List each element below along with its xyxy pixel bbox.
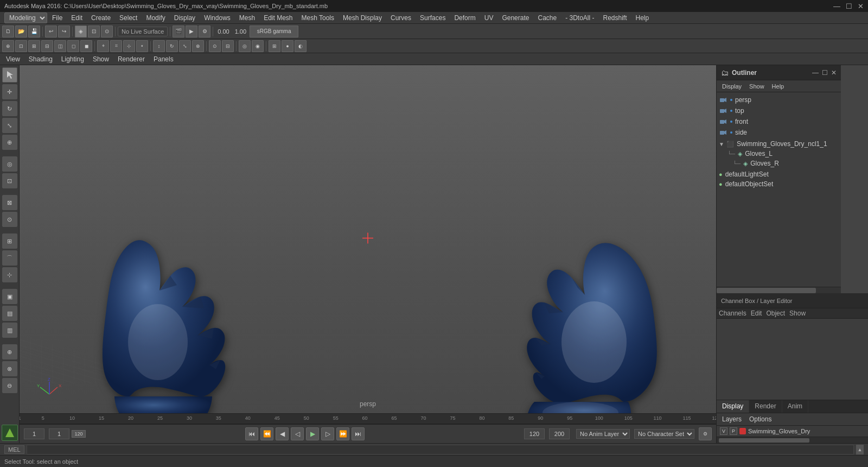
tree-item-gloves-group[interactable]: ▼ ⬛ Swimming_Gloves_Dry_ncl1_1 — [717, 139, 841, 149]
viewport-menu-view[interactable]: View — [2, 54, 24, 64]
cmd-expand-btn[interactable]: ▲ — [856, 445, 864, 455]
tab-options[interactable]: Options — [747, 414, 774, 424]
new-file-btn[interactable]: 🗋 — [2, 26, 14, 37]
menu-edit[interactable]: Edit — [67, 13, 86, 23]
menu-curves[interactable]: Curves — [387, 13, 415, 23]
tool2[interactable]: ⊡ — [15, 40, 27, 52]
viewport[interactable]: X Y Z persp — [20, 65, 716, 413]
show-manip-tool[interactable]: ⊡ — [2, 173, 17, 188]
rotate-btn[interactable]: ↻ — [166, 40, 178, 52]
tool1[interactable]: ⊕ — [2, 40, 14, 52]
snap-grid[interactable]: ⊞ — [2, 234, 17, 249]
undo-btn[interactable]: ↩ — [45, 26, 57, 37]
mel-label[interactable]: MEL — [4, 445, 24, 454]
play-fwd-btn[interactable]: ▶ — [306, 427, 319, 440]
menu-generate[interactable]: Generate — [498, 13, 533, 23]
outliner-minimize[interactable]: — — [812, 69, 819, 77]
tree-item-default-light-set[interactable]: ● defaultLightSet — [717, 169, 841, 179]
menu-3dtoa[interactable]: - 3DtoAll - — [561, 13, 598, 23]
soft-sel-btn[interactable]: ⊙ — [209, 40, 221, 52]
outliner-close[interactable]: ✕ — [831, 69, 837, 77]
tab-layers[interactable]: Layers — [720, 414, 744, 424]
outliner-menu-show[interactable]: Show — [746, 83, 768, 90]
go-start-btn[interactable]: ⏮ — [245, 427, 258, 440]
fx-paint[interactable]: ⊕ — [2, 344, 17, 359]
anim-settings-btn[interactable]: ⚙ — [699, 427, 712, 440]
select-tool[interactable] — [2, 67, 17, 83]
menu-create[interactable]: Create — [87, 13, 114, 23]
last-tool-btn[interactable]: ⊗ — [192, 40, 204, 52]
viewport-menu-panels[interactable]: Panels — [150, 54, 177, 64]
snap3[interactable]: ⊹ — [123, 40, 135, 52]
layer-v-btn[interactable]: V — [720, 427, 727, 435]
menu-select[interactable]: Select — [116, 13, 141, 23]
menu-uv[interactable]: UV — [481, 13, 497, 23]
mode-selector[interactable]: Modeling — [4, 12, 47, 23]
tree-item-gloves-l[interactable]: └─ ◈ Gloves_L — [717, 149, 841, 159]
tab-edit[interactable]: Edit — [749, 308, 764, 318]
no-live-surface[interactable]: No Live Surface — [118, 27, 168, 36]
smooth-btn[interactable]: ● — [282, 40, 293, 52]
minimize-btn[interactable]: — — [833, 2, 840, 10]
prev-key-btn[interactable]: ⏪ — [260, 427, 273, 440]
scale-tool[interactable]: ⤡ — [2, 118, 17, 133]
viewport-menu-shading[interactable]: Shading — [25, 54, 56, 64]
mel-input[interactable] — [27, 445, 854, 455]
isolate-btn[interactable]: ◉ — [252, 40, 264, 52]
universal-tool[interactable]: ⊕ — [2, 135, 17, 150]
tool6[interactable]: ◻ — [67, 40, 79, 52]
tool7[interactable]: ◼ — [80, 40, 92, 52]
paint-btn[interactable]: ⊙ — [101, 26, 113, 37]
snap2[interactable]: ⌗ — [110, 40, 122, 52]
tool4[interactable]: ⊟ — [41, 40, 53, 52]
viewport-menu-lighting[interactable]: Lighting — [58, 54, 88, 64]
open-file-btn[interactable]: 📂 — [15, 26, 27, 37]
viewport-menu-renderer[interactable]: Renderer — [114, 54, 149, 64]
outliner-menu-help[interactable]: Help — [769, 83, 788, 90]
menu-mesh[interactable]: Mesh — [235, 13, 259, 23]
frame-end-right[interactable]: 200 — [549, 428, 570, 439]
tree-arrow-gloves[interactable]: ▼ — [719, 141, 724, 147]
tool5[interactable]: ◫ — [54, 40, 66, 52]
menu-file[interactable]: File — [48, 13, 66, 23]
redo-btn[interactable]: ↪ — [58, 26, 70, 37]
tab-show[interactable]: Show — [787, 308, 808, 318]
menu-windows[interactable]: Windows — [200, 13, 234, 23]
soft-mod-tool[interactable]: ◎ — [2, 156, 17, 172]
char-set-select[interactable]: No Character Set — [634, 429, 694, 439]
fps-box[interactable]: 120 — [72, 430, 86, 438]
anim-layer-select[interactable]: No Anim Layer — [576, 429, 630, 439]
outliner-scrollbar-thumb[interactable] — [717, 288, 816, 293]
render-seq[interactable]: ▤ — [2, 306, 17, 321]
layer-scrollbar-thumb[interactable] — [719, 438, 809, 443]
menu-mesh-tools[interactable]: Mesh Tools — [298, 13, 338, 23]
step-fwd-btn[interactable]: ▷ — [321, 427, 334, 440]
ipr-btn[interactable]: ▶ — [186, 26, 197, 37]
render-btn[interactable]: 🎬 — [173, 26, 184, 37]
menu-display[interactable]: Display — [170, 13, 199, 23]
tab-anim[interactable]: Anim — [782, 400, 808, 413]
save-btn[interactable]: 💾 — [28, 26, 40, 37]
outliner-scrollbar-h[interactable] — [717, 287, 841, 293]
frame-end-left[interactable]: 120 — [524, 428, 545, 439]
tree-item-side[interactable]: side — [717, 127, 841, 138]
snap-curve[interactable]: ⌒ — [2, 250, 17, 266]
snap-point[interactable]: ⊹ — [2, 267, 17, 282]
render-settings-btn[interactable]: ⚙ — [199, 26, 210, 37]
play-back-btn[interactable]: ◁ — [291, 427, 304, 440]
tree-item-top[interactable]: top — [717, 105, 841, 116]
step-back-btn[interactable]: ◀ — [276, 427, 289, 440]
render-region[interactable]: ▣ — [2, 289, 17, 304]
tree-item-front[interactable]: front — [717, 116, 841, 127]
move-btn[interactable]: ↕ — [153, 40, 165, 52]
tab-channels[interactable]: Channels — [717, 308, 749, 318]
frame-start-left[interactable]: 1 — [24, 428, 44, 439]
tab-display[interactable]: Display — [717, 400, 749, 413]
layer-scrollbar[interactable] — [717, 437, 868, 443]
menu-deform[interactable]: Deform — [450, 13, 479, 23]
menu-modify[interactable]: Modify — [142, 13, 169, 23]
snap4[interactable]: ∘ — [136, 40, 148, 52]
tree-item-persp[interactable]: persp — [717, 94, 841, 105]
menu-cache[interactable]: Cache — [534, 13, 560, 23]
snap1[interactable]: ⌖ — [97, 40, 109, 52]
